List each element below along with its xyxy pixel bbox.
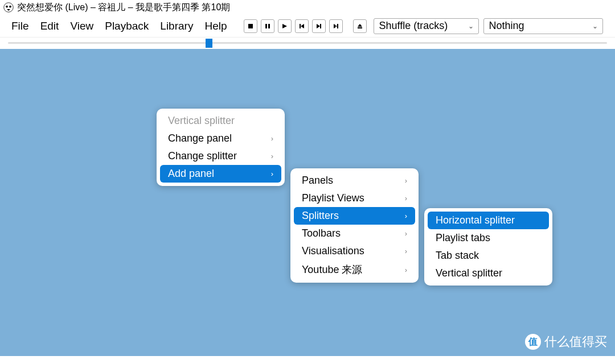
playback-controls: ? [244,19,367,33]
chevron-right-icon: › [405,266,407,274]
cm-add-panel[interactable]: Add panel › [160,165,281,183]
svg-marker-9 [317,24,320,28]
chevron-down-icon: ⌄ [592,22,598,30]
menu-help[interactable]: Help [199,18,232,35]
menu-file[interactable]: File [6,18,35,35]
stop-button[interactable] [244,19,257,33]
cm-panels[interactable]: Panels › [294,172,415,189]
app-window: 突然想爱你 (Live) – 容祖儿 – 我是歌手第四季 第10期 File E… [0,0,615,364]
svg-point-1 [6,6,8,8]
random-button[interactable]: ? [329,19,343,33]
svg-marker-14 [358,24,362,27]
watermark-badge: 值 [525,334,541,350]
next-button[interactable] [312,19,326,33]
svg-marker-8 [301,24,304,28]
order-dropdown[interactable]: Nothing ⌄ [483,18,603,34]
menubar: File Edit View Playback Library Help ? S… [0,15,615,38]
chevron-right-icon: › [271,152,273,160]
chevron-down-icon: ⌄ [468,22,474,30]
context-menu-header: Vertical splitter [160,112,281,130]
chevron-right-icon: › [405,194,407,202]
window-title: 突然想爱你 (Live) – 容祖儿 – 我是歌手第四季 第10期 [17,2,230,14]
cm-horizontal-splitter[interactable]: Horizontal splitter [428,212,549,229]
svg-rect-4 [265,24,267,28]
chevron-right-icon: › [405,247,407,255]
chevron-right-icon: › [405,229,407,238]
shuffle-dropdown[interactable]: Shuffle (tracks) ⌄ [374,18,479,34]
play-button[interactable] [278,19,292,33]
cm-visualisations[interactable]: Visualisations › [294,242,415,260]
menu-playback[interactable]: Playback [99,18,154,35]
cm-playlist-views[interactable]: Playlist Views › [294,189,415,207]
menu-library[interactable]: Library [154,18,199,35]
context-submenu-add-panel: Panels › Playlist Views › Splitters › To… [290,168,419,283]
seek-thumb[interactable] [206,39,212,48]
svg-rect-5 [268,24,270,28]
svg-rect-10 [320,24,321,28]
cm-youtube-source[interactable]: Youtube 来源 › [294,260,415,279]
chevron-right-icon: › [271,169,273,178]
content-area[interactable]: Vertical splitter Change panel › Change … [0,49,615,356]
watermark: 值 什么值得买 [525,333,607,350]
seek-track [8,42,607,44]
pause-button[interactable] [261,19,274,33]
chevron-right-icon: › [271,134,273,143]
toolbar-dropdowns: Shuffle (tracks) ⌄ Nothing ⌄ [374,18,603,34]
context-menu-root: Vertical splitter Change panel › Change … [157,109,285,186]
cm-splitters[interactable]: Splitters › [294,207,415,225]
eject-button[interactable] [353,19,367,33]
svg-rect-7 [300,24,301,28]
svg-rect-15 [358,27,362,28]
titlebar: 突然想爱你 (Live) – 容祖儿 – 我是歌手第四季 第10期 [0,0,615,15]
menu-edit[interactable]: Edit [35,18,65,35]
seekbar[interactable] [0,38,615,49]
cm-change-splitter[interactable]: Change splitter › [160,147,281,165]
svg-rect-3 [248,24,253,28]
svg-rect-12 [337,24,338,28]
cm-vertical-splitter[interactable]: Vertical splitter [428,264,549,282]
app-icon [3,2,14,13]
order-label: Nothing [489,20,524,32]
chevron-right-icon: › [405,212,407,220]
chevron-right-icon: › [405,176,407,185]
context-submenu-splitters: Horizontal splitter Playlist tabs Tab st… [424,208,552,286]
cm-playlist-tabs[interactable]: Playlist tabs [428,229,549,247]
shuffle-label: Shuffle (tracks) [379,20,448,32]
cm-change-panel[interactable]: Change panel › [160,130,281,147]
cm-toolbars[interactable]: Toolbars › [294,225,415,242]
watermark-text: 什么值得买 [544,333,607,350]
prev-button[interactable] [295,19,309,33]
menu-view[interactable]: View [64,18,99,35]
svg-marker-6 [282,24,287,28]
svg-point-2 [9,6,11,8]
cm-tab-stack[interactable]: Tab stack [428,247,549,264]
